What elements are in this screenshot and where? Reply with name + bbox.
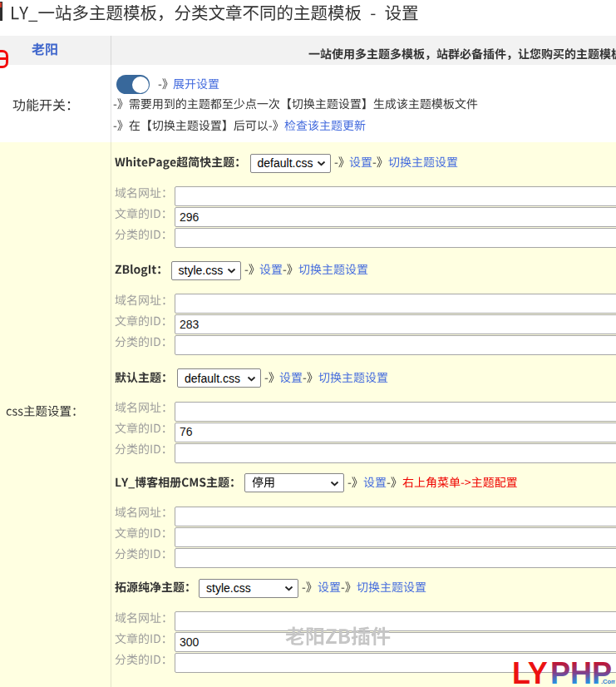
svg-text:.Com: .Com — [601, 678, 615, 685]
svg-text:LY: LY — [512, 656, 548, 687]
